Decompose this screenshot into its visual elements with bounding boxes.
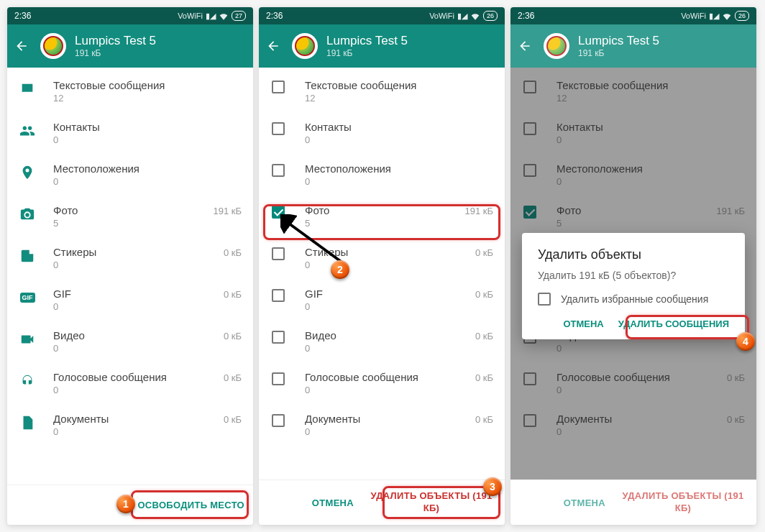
chat-subtitle: 191 кБ [578,48,659,58]
dialog-checkbox[interactable] [538,293,551,306]
cancel-button[interactable]: ОТМЕНА [312,497,354,508]
delete-dialog: Удалить объекты Удалить 191 кБ (5 объект… [522,233,745,339]
item-text-messages[interactable]: Текстовые сообщения12 [259,70,505,112]
status-bar: 2:36 VoWiFi ▮◢ 26 [510,7,756,24]
annotation-bubble-4: 4 [736,332,755,351]
annotation-bubble-1: 1 [116,495,135,513]
stickers-icon [19,247,36,265]
checkbox[interactable] [272,289,285,302]
item-contacts[interactable]: Контакты0 [259,112,505,154]
dialog-confirm-button[interactable]: УДАЛИТЬ СООБЩЕНИЯ [618,318,729,329]
screen-1: 2:36 VoWiFi ▮◢ 27 Lumpics Test 5 191 кБ … [7,7,253,525]
back-arrow-icon[interactable] [13,37,30,55]
chat-title: Lumpics Test 5 [75,34,156,48]
screen-3: 2:36 VoWiFi ▮◢ 26 Lumpics Test 5 191 кБ … [510,7,756,525]
status-bar: 2:36 VoWiFi ▮◢ 27 [7,7,253,24]
app-header: Lumpics Test 5 191 кБ [510,24,756,68]
checkbox[interactable] [272,122,285,135]
dialog-cancel-button[interactable]: ОТМЕНА [563,318,603,329]
checkbox[interactable] [272,164,285,177]
footer: ОТМЕНА УДАЛИТЬ ОБЪЕКТЫ (191 КБ) [510,480,756,525]
item-photo[interactable]: Фото5191 кБ [7,196,253,237]
signal-icon: ▮◢ [709,12,719,21]
battery-icon: 26 [483,11,498,21]
battery-icon: 26 [735,11,749,21]
contacts-icon [19,122,36,139]
video-icon [19,331,36,348]
chat-subtitle: 191 кБ [326,48,408,58]
status-bar: 2:36 VoWiFi ▮◢ 26 [259,7,505,24]
item-docs[interactable]: Документы00 кБ [259,404,505,446]
item-gif[interactable]: GIF00 кБ [259,279,505,321]
dialog-message: Удалить 191 кБ (5 объектов)? [538,270,729,281]
app-header: Lumpics Test 5 191 кБ [7,24,253,68]
item-location[interactable]: Местоположения0 [259,154,505,196]
wifi-icon [470,12,480,20]
checkbox[interactable] [272,331,285,344]
status-time: 2:36 [266,11,283,21]
item-stickers[interactable]: Стикеры00 кБ [7,237,253,279]
vowifi-icon: VoWiFi [178,12,203,20]
free-space-button[interactable]: ОСВОБОДИТЬ МЕСТО [137,500,244,510]
vowifi-icon: VoWiFi [429,12,454,20]
item-gif[interactable]: GIF GIF00 кБ [7,279,253,321]
checkbox[interactable] [272,414,285,427]
checkbox[interactable] [272,372,285,385]
item-text-messages[interactable]: Текстовые сообщения12 [7,70,253,112]
back-arrow-icon[interactable] [516,37,533,55]
item-location[interactable]: Местоположения0 [7,154,253,196]
status-time: 2:36 [518,11,534,21]
item-video[interactable]: Видео00 кБ [259,321,505,362]
item-voice[interactable]: Голосовые сообщения00 кБ [259,362,505,404]
avatar [544,33,569,59]
annotation-bubble-3: 3 [483,477,502,496]
gif-icon: GIF [19,289,36,306]
footer: ОТМЕНА УДАЛИТЬ ОБЪЕКТЫ (191 КБ) [259,480,505,525]
annotation-bubble-2: 2 [331,260,349,279]
wifi-icon [219,12,229,20]
back-arrow-icon[interactable] [265,37,282,55]
app-header: Lumpics Test 5 191 кБ [259,24,505,68]
voice-icon [19,372,36,390]
item-video[interactable]: Видео00 кБ [7,321,253,362]
text-messages-icon [19,81,36,98]
avatar [40,33,66,59]
item-contacts[interactable]: Контакты0 [7,112,253,154]
signal-icon: ▮◢ [206,12,216,21]
battery-icon: 27 [232,11,246,21]
dialog-title: Удалить объекты [538,247,729,262]
status-time: 2:36 [14,11,31,21]
item-docs[interactable]: Документы00 кБ [7,404,253,446]
item-voice[interactable]: Голосовые сообщения00 кБ [7,362,253,404]
checkbox[interactable] [272,81,285,93]
chat-subtitle: 191 кБ [75,48,156,58]
location-icon [19,164,36,181]
svg-line-1 [286,221,345,265]
chat-title: Lumpics Test 5 [578,34,659,48]
chat-title: Lumpics Test 5 [326,34,408,48]
delete-objects-button[interactable]: УДАЛИТЬ ОБЪЕКТЫ (191 КБ) [367,490,496,515]
screen-2: 2:36 VoWiFi ▮◢ 26 Lumpics Test 5 191 кБ … [259,7,505,525]
docs-icon [19,414,36,431]
avatar [292,33,318,59]
vowifi-icon: VoWiFi [681,12,706,20]
signal-icon: ▮◢ [457,12,467,21]
cancel-button: ОТМЕНА [564,497,605,508]
delete-objects-button: УДАЛИТЬ ОБЪЕКТЫ (191 КБ) [618,490,748,515]
wifi-icon [722,12,732,20]
dialog-option-label: Удалить избранные сообщения [561,293,708,305]
photo-icon [19,206,36,223]
